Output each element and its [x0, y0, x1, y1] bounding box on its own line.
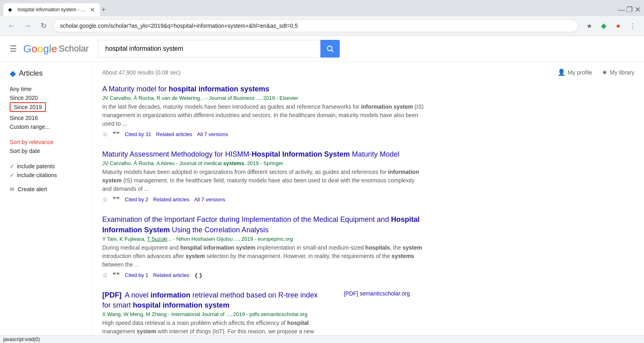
checkbox-section: ✓ include patents ✓ include citations — [10, 162, 83, 180]
scholar-header: ☰ Google Scholar — [0, 36, 644, 62]
related-articles-link-1[interactable]: Related articles — [156, 131, 192, 137]
result-actions-3: ☆ ❞❞ Cited by 1 Related articles ❰❱ — [102, 271, 424, 279]
svg-point-0 — [328, 46, 332, 51]
cite-icon-1[interactable]: ❞❞ — [113, 130, 120, 138]
minimize-button[interactable]: — — [618, 6, 625, 13]
articles-header: ◆ Articles — [10, 68, 83, 78]
tab-bar: ◆ hospital information system - Go... ✕ … — [0, 0, 644, 16]
cited-by-link-2[interactable]: Cited by 2 — [125, 196, 149, 202]
extension-icon-2[interactable]: ● — [612, 19, 625, 32]
star-library-icon: ★ — [602, 68, 607, 76]
results-actions: 👤 My profile ★ My library — [557, 68, 634, 76]
save-icon-3[interactable]: ☆ — [102, 271, 108, 279]
sort-by-date[interactable]: Sort by date — [10, 147, 83, 155]
result-title-3[interactable]: Examination of the Important Factor duri… — [102, 215, 419, 233]
address-input-wrap[interactable] — [53, 19, 578, 32]
result-meta-3: Y Tani, K Fujiwara, T Suzuki... - Nihon … — [102, 236, 424, 242]
search-input-wrap — [98, 40, 320, 58]
result-snippet-1: In the last five decades, maturity model… — [102, 103, 424, 128]
window-controls: — ❐ ✕ — [618, 6, 641, 13]
result-item: Examination of the Important Factor duri… — [102, 215, 424, 279]
results-area: About 47,900 results (0.08 sec) 👤 My pro… — [93, 62, 644, 343]
email-icon: ✉ — [10, 186, 14, 192]
create-alert-label: Create alert — [18, 186, 47, 192]
active-tab[interactable]: ◆ hospital information system - Go... ✕ — [3, 3, 100, 16]
save-icon-2[interactable]: ☆ — [102, 196, 108, 203]
status-text: javascript:void(0) — [3, 337, 40, 342]
new-tab-button[interactable]: + — [101, 6, 106, 14]
sidebar: ◆ Articles Any time Since 2020 Since 201… — [0, 62, 93, 343]
include-patents-checkbox[interactable]: ✓ include patents — [10, 162, 83, 171]
result-item: A Maturity model for hospital informatio… — [102, 84, 424, 138]
filter-custom-range[interactable]: Custom range... — [10, 122, 83, 131]
result-meta-1: JV Carvalho, Á Rocha, R van de Wetering.… — [102, 95, 424, 101]
forward-button[interactable]: → — [21, 19, 34, 32]
status-bar: javascript:void(0) — [0, 335, 644, 343]
side-pdf-link-4[interactable]: [PDF] semanticscholar.org — [344, 290, 424, 297]
my-library-button[interactable]: ★ My library — [602, 68, 634, 76]
result-snippet-2: Maturity models have been adopted in org… — [102, 168, 424, 193]
articles-icon: ◆ — [10, 68, 16, 78]
hamburger-menu[interactable]: ☰ — [10, 44, 17, 54]
cited-by-link-3[interactable]: Cited by 1 — [125, 272, 149, 278]
filter-since-2019[interactable]: Since 2019 — [10, 102, 46, 112]
create-alert-button[interactable]: ✉ Create alert — [10, 186, 83, 192]
all-versions-link-1[interactable]: All 7 versions — [197, 131, 228, 137]
include-patents-label: include patents — [17, 163, 55, 169]
save-icon-1[interactable]: ☆ — [102, 130, 108, 138]
maximize-button[interactable]: ❐ — [626, 6, 633, 13]
related-articles-link-2[interactable]: Related articles — [153, 196, 190, 202]
filter-since-2016[interactable]: Since 2016 — [10, 114, 83, 122]
include-citations-checkbox[interactable]: ✓ include citations — [10, 171, 83, 180]
search-input[interactable] — [105, 45, 314, 52]
more-options-3[interactable]: ❰❱ — [194, 272, 203, 278]
logo-google: Google — [23, 43, 57, 55]
sort-section: Sort by relevance Sort by date — [10, 138, 83, 155]
my-profile-label: My profile — [568, 69, 592, 76]
filter-any-time[interactable]: Any time — [10, 85, 83, 93]
toolbar-icons: ★ ◆ ● ⋮ — [583, 19, 639, 32]
time-filter-section: Any time Since 2020 Since 2019 Since 201… — [10, 85, 83, 131]
logo-scholar-text: Scholar — [59, 43, 89, 54]
my-profile-button[interactable]: 👤 My profile — [557, 68, 592, 76]
include-citations-label: include citations — [17, 172, 57, 178]
scholar-logo[interactable]: Google Scholar — [23, 43, 89, 55]
profile-icon: 👤 — [557, 68, 566, 76]
refresh-button[interactable]: ↻ — [37, 19, 50, 32]
all-versions-link-2[interactable]: All 7 versions — [194, 196, 225, 202]
address-bar: ← → ↻ ★ ◆ ● ⋮ — [0, 16, 644, 35]
pdf-tag-4: [PDF] — [102, 291, 122, 299]
results-count: About 47,900 results (0.08 sec) — [102, 69, 181, 76]
related-articles-link-3[interactable]: Related articles — [153, 272, 190, 278]
check-icon-citations: ✓ — [10, 172, 14, 178]
result-title-2[interactable]: Maturity Assessment Methodology for HISM… — [102, 150, 399, 158]
my-library-label: My library — [610, 69, 634, 76]
address-input[interactable] — [60, 23, 571, 29]
result-title-1[interactable]: A Maturity model for hospital informatio… — [102, 85, 269, 93]
extension-icon-1[interactable]: ◆ — [597, 19, 610, 32]
search-button[interactable] — [320, 40, 340, 58]
tab-title: hospital information system - Go... — [18, 7, 87, 12]
result-meta-2: JV Carvalho, Á Rocha, A Abreu - Journal … — [102, 160, 424, 166]
sort-by-relevance[interactable]: Sort by relevance — [10, 138, 83, 147]
results-header: About 47,900 results (0.08 sec) 👤 My pro… — [102, 68, 634, 76]
back-button[interactable]: ← — [5, 19, 18, 32]
cite-icon-2[interactable]: ❞❞ — [113, 196, 120, 203]
tab-favicon: ◆ — [8, 6, 14, 13]
cited-by-link-1[interactable]: Cited by 31 — [125, 131, 151, 137]
menu-icon[interactable]: ⋮ — [626, 19, 639, 32]
svg-line-1 — [332, 50, 334, 52]
filter-since-2020[interactable]: Since 2020 — [10, 93, 83, 102]
result-meta-4: X Wang, W Meng, M Zhang - International … — [102, 311, 328, 317]
tab-close-icon[interactable]: ✕ — [90, 6, 95, 14]
browser-chrome: ◆ hospital information system - Go... ✕ … — [0, 0, 644, 36]
result-actions-2: ☆ ❞❞ Cited by 2 Related articles All 7 v… — [102, 196, 424, 203]
result-title-4[interactable]: [PDF] A novel information retrieval meth… — [102, 291, 318, 309]
result-item: Maturity Assessment Methodology for HISM… — [102, 149, 424, 203]
bookmark-icon[interactable]: ★ — [583, 19, 596, 32]
cite-icon-3[interactable]: ❞❞ — [113, 271, 120, 279]
search-form — [98, 40, 340, 58]
check-icon-patents: ✓ — [10, 163, 14, 169]
close-button[interactable]: ✕ — [634, 6, 641, 13]
main-container: ◆ Articles Any time Since 2020 Since 201… — [0, 62, 644, 343]
